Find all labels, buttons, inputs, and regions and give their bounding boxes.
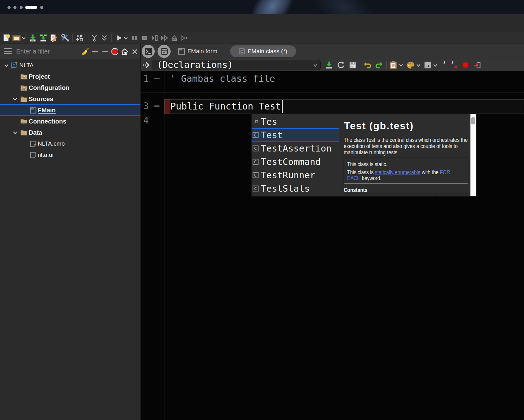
autocomplete-item[interactable]: TestStats <box>252 182 339 195</box>
svg-text:’: ’ <box>443 61 446 69</box>
doc-constants-table <box>344 194 468 196</box>
autocomplete-item[interactable]: Tes <box>252 115 339 128</box>
lock-button[interactable] <box>158 45 171 58</box>
folder-media-icon <box>20 84 27 91</box>
gambas-ide-window: NLTA Project Configuration Sources <box>0 0 524 420</box>
line-number: 3 <box>143 99 149 113</box>
edit-button[interactable] <box>49 33 59 43</box>
reload-button[interactable] <box>335 60 347 70</box>
class-icon <box>253 172 259 178</box>
tree-item-sources[interactable]: Sources <box>0 93 140 105</box>
save-project-button[interactable] <box>28 33 38 43</box>
panel-divider[interactable] <box>141 71 141 420</box>
export-button[interactable] <box>347 60 359 70</box>
filter-input[interactable] <box>16 46 78 56</box>
folder-connection-icon <box>20 118 27 125</box>
autocomplete-item-selected[interactable]: Test <box>252 128 339 142</box>
procedure-selector[interactable]: (Declarations) <box>152 60 321 70</box>
tab-fmain-form[interactable]: FMain.form <box>178 44 217 59</box>
fold-marker[interactable] <box>154 78 160 79</box>
autocomplete-item[interactable]: TestCommand <box>252 155 339 168</box>
goto-button[interactable] <box>471 60 483 70</box>
merge-button[interactable] <box>89 33 99 43</box>
new-file-button[interactable] <box>2 33 12 43</box>
tree-item-label: nlta.ui <box>38 152 54 158</box>
autocomplete-item[interactable]: TestAssertion <box>252 142 339 155</box>
forward-icon <box>160 34 169 42</box>
editor-toolbar-separator-1 <box>360 61 360 69</box>
goto-procedure-icon[interactable] <box>142 61 151 69</box>
tab-label: FMain.form <box>187 48 217 55</box>
tree-item-nlta[interactable]: NLTA <box>0 60 140 71</box>
save-button[interactable] <box>323 60 335 70</box>
home-button[interactable] <box>120 44 129 59</box>
terminal-icon <box>144 48 152 55</box>
pause-button[interactable] <box>130 33 139 43</box>
toolbar-separator-2 <box>87 34 87 42</box>
main-toolbar <box>0 32 524 44</box>
chevron-down-icon[interactable] <box>12 130 18 135</box>
class-icon <box>253 185 259 192</box>
undo-icon <box>363 61 372 69</box>
doc-link[interactable]: statically enumerable <box>375 169 420 175</box>
doc-scrollbar[interactable] <box>470 114 476 196</box>
forward-button[interactable] <box>159 33 169 43</box>
tree-item-data[interactable]: Data <box>0 127 140 138</box>
format-button[interactable] <box>405 60 423 70</box>
tree-item-nlta-ui[interactable]: nlta.ui <box>0 149 140 161</box>
autocomplete-item[interactable]: TestRunner <box>252 168 339 182</box>
tools-icon <box>61 34 69 42</box>
console-button[interactable] <box>142 45 155 58</box>
expand-button[interactable] <box>99 33 109 43</box>
redo-button[interactable] <box>373 60 385 70</box>
edit-icon <box>50 34 58 42</box>
tree-item-nlta-cmb[interactable]: NLTA.cmb <box>0 138 140 149</box>
stop-icon <box>140 34 149 42</box>
clean-filter-button[interactable] <box>81 44 89 59</box>
run-until-icon <box>180 34 189 42</box>
sidebar-menu-icon[interactable] <box>4 48 12 54</box>
chevron-down-icon[interactable] <box>12 96 18 102</box>
code-editor[interactable]: 1 3 4 ' Gambas class file Public Functio… <box>141 71 524 420</box>
project-tree: NLTA Project Configuration Sources <box>0 59 140 420</box>
compile-button[interactable] <box>38 33 48 43</box>
broom-icon <box>81 48 89 56</box>
stop-point-button[interactable] <box>111 44 119 59</box>
run-button[interactable] <box>114 33 130 43</box>
chevron-down-icon[interactable] <box>4 63 9 68</box>
tree-item-label: Connections <box>29 118 66 125</box>
doc-scrollbar-thumb[interactable] <box>471 117 475 124</box>
undo-button[interactable] <box>361 60 373 70</box>
tree-item-label: FMain <box>38 107 56 114</box>
comment-button[interactable]: ’ <box>440 60 449 70</box>
auto-format-button[interactable]: a <box>423 60 440 70</box>
step-into-button[interactable] <box>149 33 159 43</box>
uncomment-button[interactable]: ’ <box>449 60 460 70</box>
tools-button[interactable] <box>60 33 70 43</box>
tree-item-connections[interactable]: Connections <box>0 116 140 127</box>
autocomplete-item-label: TestRunner <box>261 170 315 180</box>
gutter-separator <box>164 71 164 420</box>
breakpoint-icon <box>461 61 470 69</box>
fold-marker[interactable] <box>154 105 160 107</box>
stop-button[interactable] <box>139 33 149 43</box>
close-filter-button[interactable] <box>131 44 139 59</box>
tree-item-project[interactable]: Project <box>0 71 140 82</box>
eject-button[interactable] <box>169 33 179 43</box>
tree-item-fmain[interactable]: FMain <box>0 104 140 116</box>
folder-media-icon <box>20 73 27 80</box>
run-until-button[interactable] <box>179 33 189 43</box>
paste-special-button[interactable] <box>388 60 405 70</box>
open-project-button[interactable] <box>12 33 26 43</box>
redo-icon <box>375 61 384 69</box>
tree-item-configuration[interactable]: Configuration <box>0 82 140 93</box>
breakpoint-button[interactable] <box>460 60 471 70</box>
make-executable-button[interactable] <box>75 33 85 43</box>
editor-panel: FMain.form FMain.class (*) (Declarations… <box>141 44 524 420</box>
expand-tree-button[interactable] <box>91 44 99 59</box>
main-split: NLTA Project Configuration Sources <box>0 44 524 420</box>
project-sidebar: NLTA Project Configuration Sources <box>0 44 141 420</box>
collapse-tree-button[interactable] <box>101 44 109 59</box>
compile-icon <box>39 34 48 42</box>
tab-fmain-class[interactable]: FMain.class (*) <box>230 45 296 57</box>
